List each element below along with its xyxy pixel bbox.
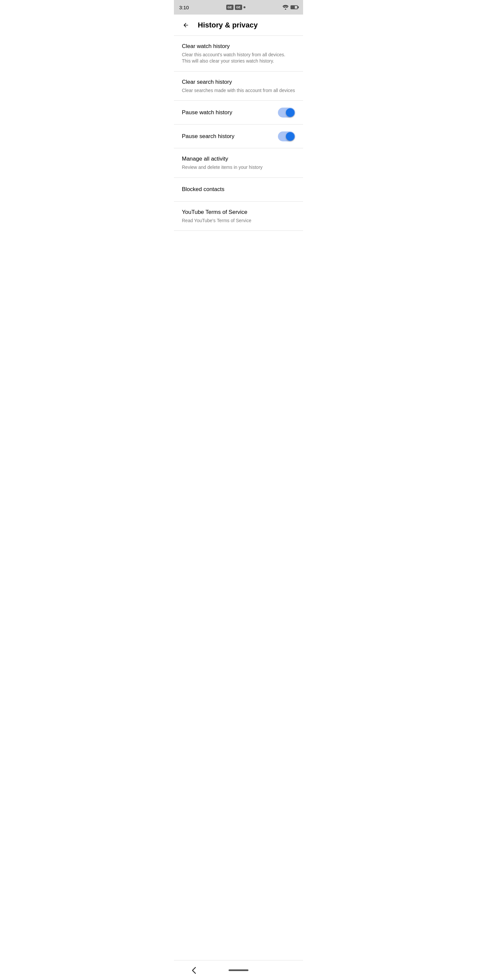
status-bar: 3:10 GE GE: [174, 0, 303, 14]
toggle-slider-pause-watch-history: [278, 108, 295, 118]
settings-item-title-pause-search-history: Pause search history: [182, 132, 273, 140]
settings-list: Clear watch history Clear this account's…: [174, 36, 303, 231]
settings-item-content-clear-watch-history: Clear watch history Clear this account's…: [182, 42, 295, 65]
ge-icon-1: GE: [226, 5, 233, 10]
wifi-icon: [282, 5, 289, 10]
svg-point-0: [285, 9, 286, 10]
nav-home-pill[interactable]: [228, 969, 249, 971]
settings-item-blocked-contacts[interactable]: Blocked contacts: [174, 178, 303, 202]
page-title: History & privacy: [198, 21, 258, 29]
status-notification-icons: GE GE: [226, 5, 246, 10]
notification-dot: [244, 6, 246, 8]
settings-item-subtitle-youtube-terms: Read YouTube's Terms of Service: [182, 218, 295, 224]
toggle-container-pause-watch-history: [278, 108, 295, 118]
settings-item-youtube-terms[interactable]: YouTube Terms of Service Read YouTube's …: [174, 202, 303, 231]
toggle-slider-pause-search-history: [278, 131, 295, 142]
settings-item-clear-search-history[interactable]: Clear search history Clear searches made…: [174, 72, 303, 101]
settings-item-clear-watch-history[interactable]: Clear watch history Clear this account's…: [174, 36, 303, 72]
app-bar: History & privacy: [174, 14, 303, 36]
settings-item-title-pause-watch-history: Pause watch history: [182, 108, 273, 116]
settings-item-title-youtube-terms: YouTube Terms of Service: [182, 208, 295, 216]
toggle-pause-search-history[interactable]: [278, 131, 295, 142]
settings-item-title-manage-all-activity: Manage all activity: [182, 155, 295, 163]
settings-item-title-blocked-contacts: Blocked contacts: [182, 185, 295, 193]
settings-item-title-clear-search-history: Clear search history: [182, 78, 295, 86]
settings-item-subtitle-clear-search-history: Clear searches made with this account fr…: [182, 88, 295, 94]
settings-item-content-blocked-contacts: Blocked contacts: [182, 185, 295, 193]
toggle-pause-watch-history[interactable]: [278, 108, 295, 118]
nav-back-button[interactable]: [187, 964, 200, 977]
settings-item-content-clear-search-history: Clear search history Clear searches made…: [182, 78, 295, 94]
bottom-nav: [174, 960, 303, 980]
toggle-container-pause-search-history: [278, 131, 295, 142]
back-button[interactable]: [179, 19, 193, 32]
status-time: 3:10: [179, 5, 189, 10]
back-arrow-icon: [182, 22, 189, 29]
battery-icon: [290, 5, 298, 9]
status-right-icons: [282, 5, 298, 10]
bottom-spacer: [174, 231, 303, 251]
ge-icon-2: GE: [235, 5, 242, 10]
settings-item-title-clear-watch-history: Clear watch history: [182, 42, 295, 50]
settings-item-content-manage-all-activity: Manage all activity Review and delete it…: [182, 155, 295, 170]
nav-spacer: [277, 964, 290, 977]
settings-item-pause-watch-history[interactable]: Pause watch history: [174, 101, 303, 124]
settings-item-content-pause-search-history: Pause search history: [182, 132, 273, 140]
settings-item-content-pause-watch-history: Pause watch history: [182, 108, 273, 116]
settings-item-pause-search-history[interactable]: Pause search history: [174, 124, 303, 148]
settings-item-manage-all-activity[interactable]: Manage all activity Review and delete it…: [174, 148, 303, 177]
nav-back-arrow-icon: [191, 967, 196, 974]
settings-item-content-youtube-terms: YouTube Terms of Service Read YouTube's …: [182, 208, 295, 224]
settings-item-subtitle-clear-watch-history: Clear this account's watch history from …: [182, 52, 295, 65]
settings-item-subtitle-manage-all-activity: Review and delete items in your history: [182, 164, 295, 171]
